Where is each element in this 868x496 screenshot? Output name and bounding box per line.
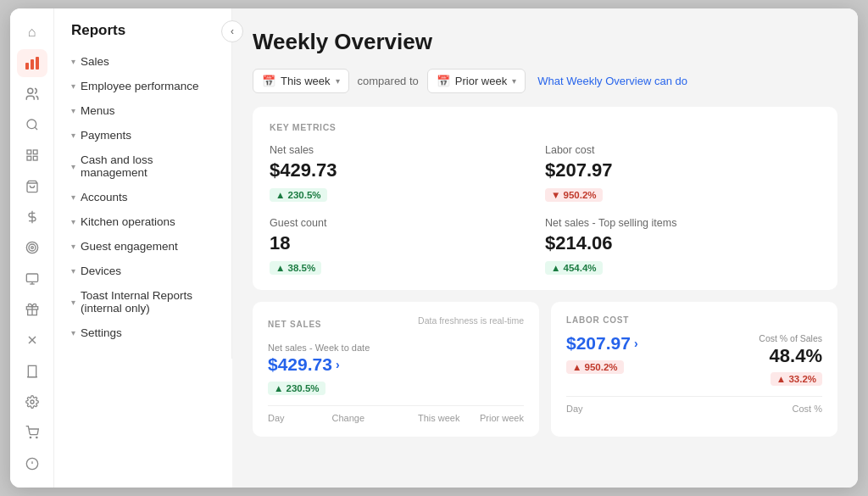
nav-item-sales[interactable]: ▾ Sales [54,49,231,74]
metric-labor-cost-badge: ▼ 950.2% [545,188,603,202]
svg-point-13 [29,244,36,251]
cost-pct-label: Cost % of Sales [759,333,822,343]
chevron-down-icon: ▾ [71,266,75,276]
this-week-select[interactable]: 📅 This week ▾ [253,69,349,93]
chevron-down-icon: ▾ [71,81,75,91]
building-icon[interactable] [17,358,47,385]
chevron-down-icon: ▾ [71,328,75,337]
labor-cost-value-link[interactable]: $207.97 › [566,333,638,354]
freshness-label: Data freshness is real-time [418,315,524,326]
nav-item-employee-performance[interactable]: ▾ Employee performance [54,74,231,98]
arrow-icon: › [634,337,638,350]
labor-cost-section-label: LABOR COST [566,315,822,325]
bag-icon[interactable] [17,173,47,200]
help-link[interactable]: What Weekly Overview can do [537,75,687,87]
svg-rect-6 [27,150,31,154]
col-prior-week: Prior week [460,413,525,423]
cost-pct-block: Cost % of Sales 48.4% ▲ 33.2% [759,333,822,386]
compared-to-label: compared to [358,75,419,87]
svg-rect-23 [28,365,36,376]
metric-net-sales-top-badge: ▲ 454.4% [545,261,603,275]
svg-point-4 [27,120,36,129]
col-day-labor: Day [566,404,694,414]
arrow-icon: › [336,358,340,371]
svg-rect-8 [27,157,31,161]
nav-item-devices[interactable]: ▾ Devices [54,259,231,283]
metric-net-sales-top-value: $214.06 [545,232,821,254]
main-content: Weekly Overview 📅 This week ▾ compared t… [232,8,858,488]
nav-item-cash-loss[interactable]: ▾ Cash and loss management [54,148,231,185]
nav-item-toast-internal[interactable]: ▾ Toast Internal Reports (internal only) [54,283,231,320]
metric-net-sales-name: Net sales [270,144,545,156]
net-sales-badge: ▲ 230.5% [268,382,326,395]
page-title: Weekly Overview [253,29,837,55]
cost-pct-badge: ▲ 33.2% [771,372,822,386]
svg-point-3 [27,88,32,93]
home-icon[interactable]: ⌂ [17,19,47,46]
chevron-down-icon: ▾ [71,298,75,307]
x-icon[interactable] [17,326,47,354]
chevron-down-icon: ▾ [71,106,75,115]
metric-guest-count-value: 18 [270,232,545,254]
svg-line-5 [35,127,37,130]
nav-item-accounts[interactable]: ▾ Accounts [54,185,231,209]
cost-pct-value: 48.4% [759,345,822,367]
filter-bar: 📅 This week ▾ compared to 📅 Prior week ▾… [253,69,837,93]
net-sales-card: NET SALES Data freshness is real-time Ne… [253,302,539,437]
cart-icon[interactable] [17,419,47,446]
chevron-down-icon: ▾ [71,162,75,171]
collapse-sidebar-button[interactable]: ‹ [221,20,243,42]
net-sales-section-label: NET SALES [268,320,321,329]
gear-icon[interactable] [17,388,47,415]
metric-labor-cost-value: $207.97 [545,159,821,181]
calendar-icon: 📅 [262,75,275,87]
info-icon[interactable] [17,450,47,477]
col-day: Day [268,413,332,423]
chevron-down-icon: ▾ [71,131,75,140]
key-metrics-label: KEY METRICS [270,122,821,132]
week-label: Net sales - Week to date [268,343,524,353]
search-icon[interactable] [17,111,47,138]
metric-net-sales-badge: ▲ 230.5% [270,188,327,202]
svg-rect-1 [31,59,34,70]
metric-guest-count: Guest count 18 ▲ 38.5% [270,217,545,275]
svg-rect-2 [36,57,39,70]
users-icon[interactable] [17,81,47,108]
svg-rect-0 [25,63,29,70]
metrics-grid: Net sales $429.73 ▲ 230.5% Labor cost $2… [270,144,821,275]
chevron-down-icon: ▾ [71,217,75,226]
gift-icon[interactable] [17,296,47,323]
col-this-week: This week [396,413,460,423]
metric-labor-cost: Labor cost $207.97 ▼ 950.2% [545,144,821,202]
calendar-icon: 📅 [437,75,450,87]
menu-grid-icon[interactable] [17,142,47,169]
nav-item-settings[interactable]: ▾ Settings [54,320,231,345]
labor-cost-card: LABOR COST $207.97 › ▲ 950.2% Cost % of … [551,302,837,437]
chart-icon[interactable] [17,49,47,76]
dollar-icon[interactable] [17,203,47,231]
labor-cost-badge: ▲ 950.2% [566,360,624,374]
bottom-row: NET SALES Data freshness is real-time Ne… [253,302,837,437]
metric-labor-cost-name: Labor cost [545,144,821,156]
svg-rect-9 [33,157,37,161]
net-sales-table-header: Day Change This week Prior week [268,405,524,423]
chevron-down-icon: ▾ [71,57,75,66]
nav-item-guest-engagement[interactable]: ▾ Guest engagement [54,234,231,259]
target-icon[interactable] [17,234,47,261]
chevron-down-icon: ▾ [336,76,340,86]
pos-icon[interactable] [17,265,47,293]
labor-cost-table-header: Day Cost % [566,396,822,414]
chevron-down-icon: ▾ [71,242,75,251]
metric-guest-count-name: Guest count [270,217,545,229]
svg-rect-7 [33,150,37,154]
col-change: Change [332,413,397,423]
nav-item-payments[interactable]: ▾ Payments [54,123,231,148]
prior-week-select[interactable]: 📅 Prior week ▾ [427,69,526,93]
net-sales-value-link[interactable]: $429.73 › [268,354,524,375]
chevron-down-icon: ▾ [512,76,516,86]
col-cost-pct: Cost % [694,404,822,414]
nav-item-menus[interactable]: ▾ Menus [54,98,231,123]
nav-item-kitchen[interactable]: ▾ Kitchen operations [54,209,231,234]
metric-net-sales: Net sales $429.73 ▲ 230.5% [270,144,545,202]
key-metrics-card: KEY METRICS Net sales $429.73 ▲ 230.5% L… [253,107,837,290]
